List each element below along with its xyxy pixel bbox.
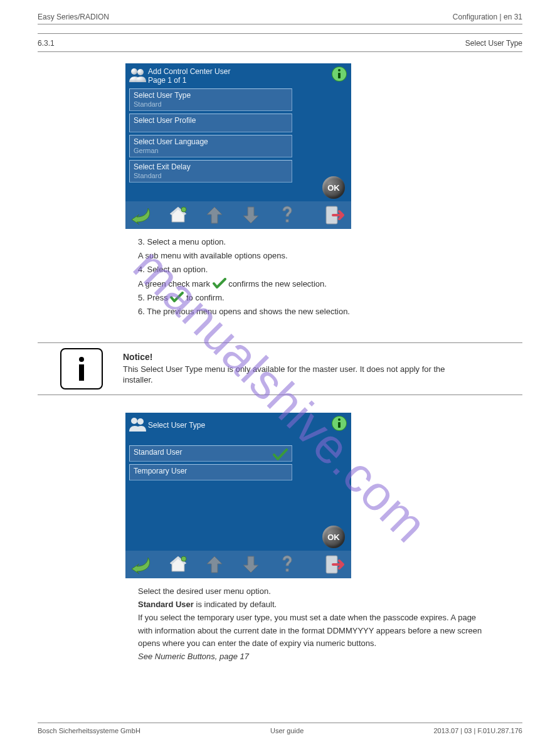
device-screen-select-user-type: Select User Type Standard User Tempo [125, 413, 351, 578]
row-label: Select User Profile [134, 116, 287, 125]
up-arrow-icon[interactable] [202, 553, 227, 576]
row-select-user-profile[interactable]: Select User Profile [129, 114, 292, 132]
exit-icon[interactable] [322, 203, 347, 227]
info-icon[interactable] [331, 415, 347, 433]
notice-body: This Select User Type menu is only avail… [123, 364, 522, 374]
tail-bold: Standard User [138, 600, 194, 609]
home-icon[interactable] [166, 553, 191, 576]
tail-line: Select the desired user menu option. [138, 586, 497, 598]
list-number: 3. [138, 237, 145, 246]
row-value: Standard [134, 100, 287, 109]
svg-point-16 [181, 556, 186, 561]
row-select-exit-delay[interactable]: Select Exit Delay Standard [129, 160, 292, 183]
row-label: Select User Language [134, 137, 287, 146]
ok-button[interactable]: OK [322, 176, 345, 199]
help-icon[interactable] [275, 553, 300, 576]
row-temporary-user[interactable]: Temporary User [129, 464, 292, 480]
footer-left: Bosch Sicherheitssysteme GmbH [38, 727, 140, 734]
svg-point-15 [338, 418, 341, 421]
list-text: A sub menu with available options opens. [138, 251, 288, 260]
svg-point-10 [131, 418, 137, 424]
notice-icon [60, 348, 103, 389]
list-text: The previous menu opens and shows the ne… [147, 307, 350, 316]
doc-header-left: Easy Series/RADION [38, 13, 109, 21]
notice-body: installer. [123, 375, 522, 384]
row-select-user-type[interactable]: Select User Type Standard [129, 88, 292, 111]
footer-center: User guide [270, 727, 304, 734]
device-navbar [125, 551, 351, 578]
row-value: German [134, 146, 287, 155]
list-text: Select an option. [147, 265, 208, 274]
check-icon [273, 448, 288, 463]
row-label: Standard User [134, 448, 287, 457]
row-select-user-language[interactable]: Select User Language German [129, 135, 292, 157]
list-text-pre: Press [147, 293, 167, 302]
device-title: Select User Type [148, 421, 205, 430]
notice-block: Notice! This Select User Type menu is on… [38, 342, 522, 395]
svg-point-11 [137, 418, 144, 425]
section-number: 6.3.1 [38, 39, 55, 48]
tail-line: with information about the current date … [138, 625, 497, 637]
list-number: 6. [138, 307, 145, 316]
back-icon[interactable] [129, 203, 154, 227]
svg-point-8 [79, 357, 84, 362]
page-footer: Bosch Sicherheitssysteme GmbH User guide… [38, 723, 522, 734]
users-icon [128, 66, 147, 85]
list-number: 4. [138, 265, 145, 274]
row-value: Standard [134, 171, 287, 180]
info-icon[interactable] [331, 66, 347, 84]
section-title: Select User Type [465, 39, 522, 48]
svg-point-6 [181, 207, 186, 212]
ok-button[interactable]: OK [322, 526, 345, 548]
svg-rect-14 [338, 422, 341, 428]
notice-heading: Notice! [123, 352, 522, 362]
list-text-post: to confirm. [186, 293, 225, 302]
svg-point-1 [137, 69, 144, 75]
tail-line: is indicated by default. [194, 600, 277, 609]
tail-line: If you select the temporary user type, y… [138, 612, 497, 624]
list-text: Select a menu option. [147, 237, 226, 246]
row-label: Select Exit Delay [134, 162, 287, 171]
up-arrow-icon[interactable] [202, 203, 227, 227]
users-icon [128, 415, 147, 435]
instruction-list: 3. Select a menu option. A sub menu with… [138, 236, 497, 318]
svg-point-0 [131, 68, 137, 75]
down-arrow-icon[interactable] [238, 203, 263, 227]
row-standard-user[interactable]: Standard User [129, 445, 292, 462]
home-icon[interactable] [166, 203, 191, 227]
device-title: Add Control Center User [148, 67, 230, 76]
list-text-post: confirms the new selection. [228, 279, 327, 289]
list-text-pre: A green check mark [138, 279, 210, 289]
check-icon [213, 279, 229, 289]
row-label: Select User Type [134, 91, 287, 100]
check-icon [170, 293, 186, 302]
device-page-indicator: Page 1 of 1 [148, 76, 230, 85]
tail-paragraph-block: Select the desired user menu option. Sta… [138, 586, 497, 663]
help-icon[interactable] [275, 203, 300, 227]
exit-icon[interactable] [322, 553, 347, 576]
row-label: Temporary User [134, 467, 287, 475]
doc-header-right: Configuration | en 31 [453, 13, 522, 21]
device-screen-add-user: Add Control Center User Page 1 of 1 Sele… [125, 63, 351, 229]
down-arrow-icon[interactable] [238, 553, 263, 576]
footer-right: 2013.07 | 03 | F.01U.287.176 [433, 727, 522, 734]
tail-line: opens where you can enter the date of ex… [138, 638, 497, 650]
device-navbar [125, 201, 351, 229]
svg-rect-4 [338, 73, 341, 78]
svg-rect-9 [79, 364, 84, 381]
back-icon[interactable] [129, 553, 154, 576]
tail-link: See Numeric Buttons, page 17 [138, 652, 249, 661]
svg-point-5 [338, 69, 341, 72]
list-number: 5. [138, 293, 145, 302]
